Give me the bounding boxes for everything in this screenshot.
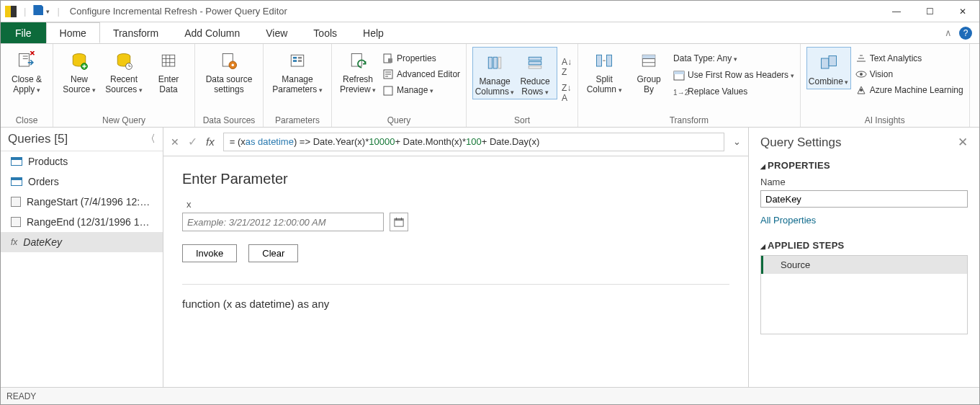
refresh-icon [346, 50, 369, 73]
calendar-icon [394, 217, 404, 227]
new-source-button[interactable]: New Source [59, 47, 99, 95]
group-by-button[interactable]: Group By [629, 47, 669, 94]
svg-rect-10 [293, 57, 297, 59]
properties-icon [382, 53, 394, 64]
properties-section-header[interactable]: PROPERTIES [760, 160, 968, 171]
group-transform-label: Transform [584, 114, 794, 125]
cancel-formula-icon[interactable]: ✕ [171, 136, 179, 148]
azure-ml-icon [855, 84, 867, 96]
maximize-button[interactable]: ☐ [913, 1, 946, 22]
name-label: Name [760, 177, 968, 187]
formula-expand-icon[interactable]: ⌄ [733, 136, 741, 147]
manage-columns-button[interactable]: Manage Columns [475, 49, 515, 97]
save-icon[interactable] [33, 5, 43, 17]
svg-rect-26 [607, 55, 612, 66]
close-apply-button[interactable]: Close & Apply [6, 47, 47, 95]
enter-data-button[interactable]: Enter Data [148, 47, 189, 94]
svg-rect-18 [384, 86, 392, 95]
headers-icon [673, 70, 685, 81]
tab-transform[interactable]: Transform [100, 22, 171, 43]
tab-help[interactable]: Help [350, 22, 397, 43]
split-column-button[interactable]: Split Column [584, 47, 624, 95]
data-type-button[interactable]: Data Type: Any [673, 51, 794, 66]
svg-rect-25 [597, 55, 602, 66]
editor-pane: ✕ ✓ fx = (x as datetime) => Date.Year(x)… [163, 128, 749, 387]
window-title: Configure Incremental Refresh - Power Qu… [70, 6, 287, 17]
first-row-headers-button[interactable]: Use First Row as Headers [673, 68, 794, 83]
manage-button[interactable]: Manage [382, 83, 460, 98]
properties-button[interactable]: Properties [382, 51, 460, 66]
vision-button[interactable]: Vision [855, 67, 963, 81]
ribbon-collapse-icon[interactable]: ∧ [945, 27, 952, 38]
sort-desc-icon[interactable]: Z↓A [562, 83, 572, 103]
commit-formula-icon[interactable]: ✓ [188, 135, 197, 148]
reduce-rows-icon [523, 52, 547, 75]
function-icon: fx [11, 237, 17, 247]
close-apply-icon [15, 50, 38, 73]
clear-button[interactable]: Clear [248, 244, 298, 262]
group-by-icon [637, 50, 660, 73]
combine-button[interactable]: Combine [809, 49, 849, 87]
manage-icon [382, 85, 394, 97]
enter-parameter-heading: Enter Parameter [182, 171, 729, 187]
ribbon: Close & Apply Close New Source Recent So… [1, 44, 979, 128]
app-logo-icon [5, 6, 17, 17]
svg-rect-32 [829, 56, 837, 66]
tab-file[interactable]: File [1, 22, 46, 43]
minimize-button[interactable]: — [880, 1, 913, 22]
group-parameters-label: Parameters [269, 114, 325, 125]
recent-sources-button[interactable]: Recent Sources [104, 47, 144, 95]
svg-rect-30 [674, 71, 684, 74]
query-item-orders[interactable]: Orders [1, 172, 163, 192]
function-signature: function (x as datetime) as any [182, 284, 729, 310]
text-analytics-button[interactable]: Text Analytics [855, 51, 963, 66]
manage-columns-icon [483, 52, 506, 75]
param-x-input[interactable] [182, 213, 384, 231]
advanced-editor-icon [382, 68, 394, 80]
title-bar: | ▾ | Configure Incremental Refresh - Po… [1, 1, 979, 22]
group-datasources-label: Data Sources [201, 114, 257, 125]
group-ai-label: AI Insights [806, 114, 963, 125]
tab-tools[interactable]: Tools [300, 22, 350, 43]
invoke-button[interactable]: Invoke [182, 244, 237, 262]
all-properties-link[interactable]: All Properties [760, 215, 816, 226]
help-icon[interactable]: ? [959, 27, 972, 40]
date-picker-button[interactable] [390, 213, 408, 231]
applied-steps-header[interactable]: APPLIED STEPS [760, 240, 968, 251]
query-settings-header: Query Settings [760, 135, 841, 150]
query-name-input[interactable] [760, 190, 968, 208]
svg-rect-21 [498, 57, 501, 68]
ribbon-tabs: File Home Transform Add Column View Tool… [1, 22, 979, 44]
table-icon [11, 157, 22, 166]
tab-home[interactable]: Home [46, 22, 100, 43]
query-item-rangeend[interactable]: RangeEnd (12/31/1996 1… [1, 212, 163, 232]
reduce-rows-button[interactable]: Reduce Rows [515, 49, 555, 97]
svg-rect-31 [821, 58, 829, 68]
qat-dropdown-icon[interactable]: ▾ [46, 8, 50, 15]
recent-sources-icon [112, 50, 135, 73]
close-window-button[interactable]: ✕ [946, 1, 979, 22]
close-settings-icon[interactable]: ✕ [958, 135, 968, 150]
data-source-settings-button[interactable]: Data source settings [201, 47, 257, 94]
tab-addcolumn[interactable]: Add Column [171, 22, 253, 43]
step-source[interactable]: Source [761, 256, 967, 274]
group-newquery-label: New Query [59, 114, 189, 125]
refresh-preview-button[interactable]: Refresh Preview [338, 47, 378, 95]
azure-ml-button[interactable]: Azure Machine Learning [855, 83, 963, 97]
manage-parameters-button[interactable]: Manage Parameters [269, 47, 325, 95]
advanced-editor-button[interactable]: Advanced Editor [382, 67, 460, 81]
query-item-products[interactable]: Products [1, 151, 163, 172]
replace-values-button[interactable]: 1→2Replace Values [673, 84, 794, 99]
formula-bar[interactable]: = (x as datetime) => Date.Year(x)*10000 … [223, 133, 724, 151]
table-icon [11, 177, 22, 186]
tab-view[interactable]: View [253, 22, 300, 43]
svg-rect-28 [642, 55, 655, 58]
svg-rect-12 [298, 57, 302, 59]
svg-point-8 [232, 64, 235, 67]
query-item-datekey[interactable]: fxDateKey [1, 232, 163, 252]
svg-rect-37 [395, 219, 403, 221]
svg-rect-11 [293, 60, 297, 62]
sort-asc-icon[interactable]: A↓Z [562, 57, 572, 77]
query-item-rangestart[interactable]: RangeStart (7/4/1996 12:… [1, 192, 163, 212]
collapse-queries-icon[interactable]: 〈 [145, 133, 156, 146]
